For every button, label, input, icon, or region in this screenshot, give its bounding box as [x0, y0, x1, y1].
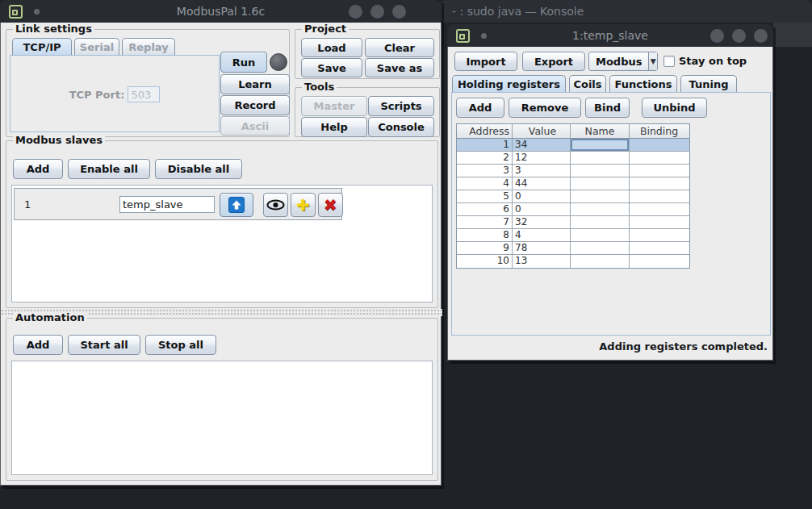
cell-value[interactable]: 32 [513, 216, 571, 228]
run-button[interactable]: Run [220, 52, 267, 73]
import-button[interactable]: Import [454, 52, 517, 71]
cell-name[interactable] [571, 216, 630, 228]
cell-address[interactable]: 5 [457, 190, 513, 202]
slave-editor-titlebar[interactable]: 1:temp_slave [447, 24, 773, 47]
cell-binding[interactable] [630, 190, 689, 202]
maximize-button[interactable] [370, 5, 384, 19]
tcp-port-input[interactable] [128, 86, 160, 102]
cell-address[interactable]: 2 [457, 152, 513, 164]
table-row[interactable]: 50 [457, 190, 689, 203]
help-button[interactable]: Help [301, 117, 367, 137]
automation-add-button[interactable]: Add [13, 335, 63, 355]
console-button[interactable]: Console [368, 117, 434, 137]
slave-row[interactable]: 1 ✚ [14, 188, 342, 220]
save-as-button[interactable]: Save as [365, 58, 434, 77]
cell-address[interactable]: 1 [457, 139, 513, 151]
table-row[interactable]: 60 [457, 203, 689, 216]
save-button[interactable]: Save [301, 58, 362, 77]
cell-name[interactable] [571, 139, 630, 151]
disable-all-button[interactable]: Disable all [155, 159, 242, 179]
modbuspal-titlebar[interactable]: ModbusPal 1.6c [0, 0, 442, 23]
cell-address[interactable]: 10 [457, 255, 513, 268]
cell-address[interactable]: 3 [457, 165, 513, 177]
tab-coils[interactable]: Coils [569, 75, 606, 93]
slave-add-button[interactable]: Add [13, 159, 63, 179]
start-all-button[interactable]: Start all [68, 335, 140, 355]
stay-on-top-checkbox[interactable] [663, 56, 675, 67]
learn-button[interactable]: Learn [220, 74, 290, 94]
cell-name[interactable] [571, 190, 630, 202]
cell-value[interactable]: 13 [513, 255, 571, 268]
tab-replay[interactable]: Replay [122, 38, 175, 56]
register-bind-button[interactable]: Bind [585, 98, 630, 118]
close-button[interactable] [392, 5, 406, 19]
toggle-visibility-button[interactable] [263, 193, 288, 217]
register-remove-button[interactable]: Remove [509, 98, 581, 118]
cell-binding[interactable] [630, 242, 689, 254]
table-row[interactable]: 134 [457, 139, 689, 152]
konsole-titlebar[interactable]: - : sudo java — Konsole [440, 0, 812, 23]
minimize-button[interactable] [349, 5, 362, 19]
tab-tuning[interactable]: Tuning [680, 75, 737, 93]
table-row[interactable]: 444 [457, 177, 689, 190]
cell-value[interactable]: 0 [513, 203, 571, 215]
duplicate-slave-button[interactable]: ✚ [291, 193, 316, 217]
maximize-button[interactable] [732, 29, 746, 43]
cell-binding[interactable] [630, 165, 689, 177]
cell-name[interactable] [571, 242, 630, 254]
scripts-button[interactable]: Scripts [368, 96, 434, 116]
cell-name[interactable] [571, 152, 630, 164]
show-slave-panel-button[interactable] [220, 193, 253, 217]
minimize-button[interactable] [710, 29, 724, 43]
table-row[interactable]: 84 [457, 229, 689, 242]
master-button[interactable]: Master [301, 96, 367, 116]
cell-address[interactable]: 8 [457, 229, 513, 241]
delete-slave-button[interactable]: ✖ [318, 193, 343, 217]
cell-name[interactable] [571, 229, 630, 241]
clear-button[interactable]: Clear [365, 38, 434, 57]
cell-address[interactable]: 4 [457, 177, 513, 190]
export-button[interactable]: Export [522, 52, 585, 71]
table-row[interactable]: 33 [457, 165, 689, 177]
cell-address[interactable]: 9 [457, 242, 513, 254]
cell-binding[interactable] [630, 203, 689, 215]
cell-value[interactable]: 0 [513, 190, 571, 202]
tab-functions[interactable]: Functions [609, 75, 677, 93]
cell-binding[interactable] [630, 177, 689, 190]
cell-binding[interactable] [630, 229, 689, 241]
table-row[interactable]: 978 [457, 242, 689, 255]
cell-value[interactable]: 44 [513, 177, 571, 190]
ascii-button[interactable]: Ascii [220, 116, 290, 136]
cell-name[interactable] [571, 165, 630, 177]
slave-name-input[interactable] [119, 196, 215, 213]
register-add-button[interactable]: Add [456, 98, 504, 118]
cell-value[interactable]: 4 [513, 229, 571, 241]
cell-value[interactable]: 12 [513, 152, 571, 164]
stop-all-button[interactable]: Stop all [145, 335, 216, 355]
table-row[interactable]: 1013 [457, 255, 689, 268]
cell-value[interactable]: 3 [513, 165, 571, 177]
tab-serial[interactable]: Serial [74, 38, 119, 56]
cell-name[interactable] [571, 255, 630, 268]
cell-binding[interactable] [630, 255, 689, 268]
tab-tcpip[interactable]: TCP/IP [12, 38, 72, 56]
register-unbind-button[interactable]: Unbind [642, 98, 707, 118]
cell-name[interactable] [571, 203, 630, 215]
table-row[interactable]: 732 [457, 216, 689, 229]
cell-binding[interactable] [630, 152, 689, 164]
close-button[interactable] [754, 29, 768, 43]
cell-address[interactable]: 6 [457, 203, 513, 215]
cell-name[interactable] [571, 177, 630, 190]
load-button[interactable]: Load [301, 38, 362, 57]
cell-address[interactable]: 7 [457, 216, 513, 228]
enable-all-button[interactable]: Enable all [68, 159, 150, 179]
table-row[interactable]: 212 [457, 152, 689, 165]
record-button[interactable]: Record [220, 95, 290, 115]
cell-binding[interactable] [630, 216, 689, 228]
cell-binding[interactable] [630, 139, 689, 151]
tab-holding-registers[interactable]: Holding registers [452, 75, 566, 93]
cell-value[interactable]: 34 [513, 139, 571, 151]
start-all-label: Start all [80, 339, 128, 351]
protocol-combobox[interactable]: Modbus ▼ [588, 52, 658, 71]
cell-value[interactable]: 78 [513, 242, 571, 254]
